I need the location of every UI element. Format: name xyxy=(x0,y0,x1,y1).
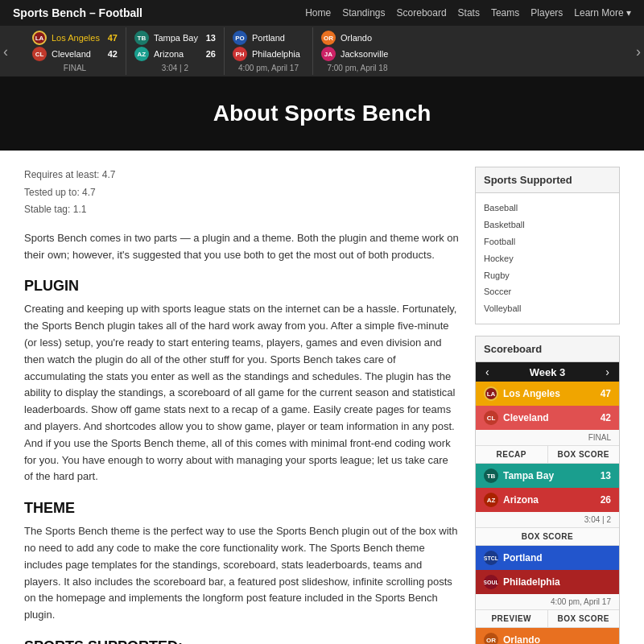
or-name: Orlando xyxy=(503,634,611,644)
preview-btn[interactable]: PREVIEW xyxy=(476,610,548,627)
sb-game-card-1: LA Los Angeles 47 CL Cleveland 42 FINAL … xyxy=(476,382,619,464)
sb-g4-t2-name: Jacksonville xyxy=(341,49,394,59)
sb-g1-status: FINAL xyxy=(32,64,118,72)
site-title: Sports Bench – Football xyxy=(13,6,142,19)
sports-supported-card-title: Sports Supported xyxy=(476,167,619,193)
la-logo: LA xyxy=(484,386,498,401)
week-label: Week 3 xyxy=(530,366,566,378)
boxscore-btn-3[interactable]: BOX SCORE xyxy=(548,610,620,627)
ss-football: Football xyxy=(484,233,611,250)
sb-game1-status: FINAL xyxy=(476,430,619,445)
sb-g1-t1-score: 47 xyxy=(100,33,118,43)
meta-stable: Stable tag: 1.1 xyxy=(24,201,459,219)
nav-links: Home Standings Scoreboard Stats Teams Pl… xyxy=(305,7,631,19)
nav-bar: Sports Bench – Football Home Standings S… xyxy=(0,0,644,26)
ss-baseball: Baseball xyxy=(484,200,611,217)
meta-tested: Tested up to: 4.7 xyxy=(24,184,459,202)
sb-team-philly: SOUL Philadelphia xyxy=(476,570,619,594)
nav-learn-more[interactable]: Learn More ▾ xyxy=(574,7,631,19)
sb-g1-t2-name: Cleveland xyxy=(52,49,100,59)
hero-section: About Sports Bench xyxy=(0,76,644,151)
az-score: 26 xyxy=(601,494,611,506)
sb-team-arizona: AZ Arizona 26 xyxy=(476,488,619,512)
meta-requires: Requires at least: 4.7 xyxy=(24,167,459,184)
scorebar-game-4: OR Orlando JA Jacksonville 7:00 pm, Apri… xyxy=(313,27,402,75)
sb-game3-actions: PREVIEW BOX SCORE xyxy=(476,609,619,627)
cleveland-logo: CL xyxy=(484,411,498,425)
sb-g3-status: 4:00 pm, April 17 xyxy=(233,64,304,72)
sb-game-card-4: OR Orlando JA Jacksonville 7:00 pm, Apri… xyxy=(476,628,619,644)
tb-name: Tampa Bay xyxy=(503,470,601,481)
nav-standings[interactable]: Standings xyxy=(342,7,385,19)
ph-logo: SOUL xyxy=(484,575,498,589)
sb-team-cleveland: CL Cleveland 42 xyxy=(476,406,619,430)
score-prev-arrow[interactable]: ‹ xyxy=(3,43,8,60)
la-score: 47 xyxy=(601,388,611,399)
sb-g1-t2-score: 42 xyxy=(100,49,118,59)
sb-team-orlando: OR Orlando xyxy=(476,628,619,644)
score-next-arrow[interactable]: › xyxy=(636,43,641,60)
plugin-text: Creating and keeping up with sports leag… xyxy=(24,301,459,485)
scorebar-game-2: TB Tampa Bay 13 AZ Arizona 26 3:04 | 2 xyxy=(126,27,225,75)
sb-g2-t1-name: Tampa Bay xyxy=(154,33,198,43)
ss-soccer: Soccer xyxy=(484,283,611,300)
week-next-btn[interactable]: › xyxy=(602,365,613,378)
ss-basketball: Basketball xyxy=(484,217,611,233)
sb-g2-status: 3:04 | 2 xyxy=(134,64,216,72)
sb-game2-actions: BOX SCORE xyxy=(476,527,619,545)
score-bar: ‹ LA Los Angeles 47 CL Cleveland 42 FINA… xyxy=(0,26,644,76)
scorebar-game-3: PO Portland PH Philadelphia 4:00 pm, Apr… xyxy=(225,27,313,75)
week-prev-btn[interactable]: ‹ xyxy=(482,365,493,378)
main-layout: Requires at least: 4.7 Tested up to: 4.7… xyxy=(0,151,644,644)
ss-hockey: Hockey xyxy=(484,250,611,267)
theme-text: The Sports Bench theme is the perfect wa… xyxy=(24,523,459,624)
sports-supported-title: SPORTS SUPPORTED: xyxy=(24,638,459,644)
sb-g4-t1-name: Orlando xyxy=(341,33,394,43)
sb-g4-status: 7:00 pm, April 18 xyxy=(321,64,394,72)
az-logo: AZ xyxy=(484,493,498,507)
ph-name: Philadelphia xyxy=(503,576,611,588)
nav-home[interactable]: Home xyxy=(305,7,331,19)
nav-scoreboard[interactable]: Scoreboard xyxy=(397,7,447,19)
az-name: Arizona xyxy=(503,494,601,506)
sb-g1-t1-name: Los Angeles xyxy=(52,33,100,43)
nav-teams[interactable]: Teams xyxy=(491,7,519,19)
theme-title: THEME xyxy=(24,500,459,517)
sb-game2-status: 3:04 | 2 xyxy=(476,512,619,527)
ss-volleyball: Volleyball xyxy=(484,300,611,317)
nav-stats[interactable]: Stats xyxy=(458,7,480,19)
sb-g2-t2-name: Arizona xyxy=(154,49,198,59)
boxscore-btn-1[interactable]: BOX SCORE xyxy=(548,446,620,463)
scorebar-game-1: LA Los Angeles 47 CL Cleveland 42 FINAL xyxy=(24,27,126,75)
tb-score: 13 xyxy=(601,470,611,481)
sb-g2-t2-score: 26 xyxy=(198,49,216,59)
sb-team-tb: TB Tampa Bay 13 xyxy=(476,464,619,488)
po-name: Portland xyxy=(503,552,611,564)
sidebar: Sports Supported Baseball Basketball Foo… xyxy=(475,167,620,644)
sb-team-la: LA Los Angeles 47 xyxy=(476,382,619,406)
main-content: Requires at least: 4.7 Tested up to: 4.7… xyxy=(24,167,459,644)
plugin-title: PLUGIN xyxy=(24,278,459,295)
sb-g3-t1-name: Portland xyxy=(252,33,304,43)
sb-g2-t1-score: 13 xyxy=(198,33,216,43)
scoreboard-card-title: Scoreboard xyxy=(476,336,619,362)
score-bar-games: LA Los Angeles 47 CL Cleveland 42 FINAL … xyxy=(24,27,620,75)
sb-game1-actions: RECAP BOX SCORE xyxy=(476,445,619,463)
sports-supported-card: Sports Supported Baseball Basketball Foo… xyxy=(475,167,620,324)
cleveland-score: 42 xyxy=(601,412,611,423)
page-title: About Sports Bench xyxy=(16,101,628,126)
sports-supported-card-body: Baseball Basketball Football Hockey Rugb… xyxy=(476,193,619,324)
sb-g3-t2-name: Philadelphia xyxy=(252,49,304,59)
la-name: Los Angeles xyxy=(503,388,601,399)
intro-text: Sports Bench comes in two parts — a plug… xyxy=(24,230,459,264)
scoreboard-card: Scoreboard ‹ Week 3 › LA Los Angeles 47 … xyxy=(475,336,620,644)
boxscore-btn-2[interactable]: BOX SCORE xyxy=(476,528,619,545)
meta-info: Requires at least: 4.7 Tested up to: 4.7… xyxy=(24,167,459,219)
cleveland-name: Cleveland xyxy=(503,412,601,423)
recap-btn[interactable]: RECAP xyxy=(476,446,548,463)
week-nav: ‹ Week 3 › xyxy=(476,362,619,382)
nav-players[interactable]: Players xyxy=(530,7,563,19)
sb-game-card-3: STCL Portland SOUL Philadelphia 4:00 pm,… xyxy=(476,546,619,628)
sb-team-portland: STCL Portland xyxy=(476,546,619,570)
ss-rugby: Rugby xyxy=(484,267,611,284)
